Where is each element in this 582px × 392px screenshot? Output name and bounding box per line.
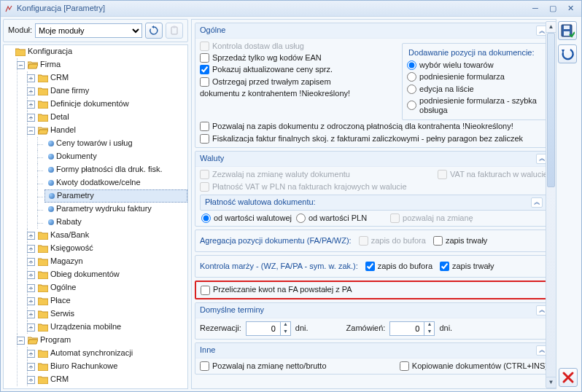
tree-urzadzenia[interactable]: +Urządzenia mobilne — [34, 321, 187, 334]
folder-icon — [38, 113, 48, 122]
chk-km-bufor[interactable]: zapis do bufora — [365, 262, 432, 271]
svg-rect-1 — [173, 26, 176, 28]
scroll-thumb[interactable] — [547, 33, 555, 187]
tree-parametry[interactable]: Parametry — [44, 189, 187, 203]
label-dni: dni. — [295, 324, 309, 333]
rad-edycja[interactable]: edycja na liście — [407, 85, 543, 94]
tree-formy[interactable]: Formy płatności dla druk. fisk. — [44, 163, 187, 176]
tree-ogolne[interactable]: +Ogólne — [34, 281, 187, 294]
tree-serwis[interactable]: +Serwis — [34, 307, 187, 321]
tree-kasa[interactable]: +Kasa/Bank — [34, 229, 187, 242]
chk-kopiowanie[interactable]: Kopiowanie dokumentów (CTRL+INS) — [400, 361, 548, 371]
chk-netto-brutto[interactable]: Pozwalaj na zmianę netto/brutto — [200, 361, 327, 371]
chk-przeliczanie[interactable]: Przeliczanie kwot na FA powstałej z PA — [201, 285, 547, 294]
chk-kontrola-dostaw[interactable]: Kontrola dostaw dla usług — [200, 42, 395, 51]
chk-ostrzegaj-zapis[interactable]: Ostrzegaj przed trwałym zapisem — [200, 77, 395, 87]
scroll-down-button[interactable]: ▼ — [546, 377, 556, 388]
module-select[interactable]: Moje moduły — [35, 23, 142, 38]
tree-handel[interactable]: −Handel — [34, 124, 187, 137]
label-dni-2: dni. — [439, 324, 452, 333]
tree-biuro[interactable]: +Biuro Rachunkowe — [34, 360, 187, 373]
svg-rect-3 — [564, 26, 570, 29]
group-header-inne: Inne ︽ — [195, 343, 552, 358]
config-window: Konfiguracja [Parametry] ─ ▢ ✕ Moduł: Mo… — [0, 0, 582, 392]
expander-icon[interactable]: − — [17, 61, 25, 69]
tree-def-dok[interactable]: +Definicje dokumentów — [34, 98, 187, 111]
clipboard-button[interactable] — [166, 23, 183, 39]
group-ogolne: Ogólne ︽ Kontrola dostaw dla usług Sprze… — [195, 23, 553, 148]
tree-firma[interactable]: − Firma — [24, 58, 187, 71]
leaf-icon — [48, 219, 54, 225]
folder-icon — [38, 283, 48, 292]
tree-root[interactable]: Konfiguracja — [14, 45, 187, 58]
chk-sprzedaz-ean[interactable]: Sprzedaż tylko wg kodów EAN — [200, 53, 395, 63]
chk-pozwalaj-zmiane[interactable]: pozwalaj na zmianę — [390, 213, 473, 223]
save-button[interactable] — [558, 21, 577, 40]
rad-walutowej[interactable]: od wartości walutowej — [201, 213, 292, 223]
chk-agr-bufor[interactable]: zapis do bufora — [359, 236, 426, 246]
tree-crm[interactable]: +CRM — [34, 71, 187, 85]
folder-open-icon — [28, 60, 38, 69]
tree-program[interactable]: −Program — [24, 334, 187, 347]
chk-fiskalizacja[interactable]: Fiskalizacja faktur finalnych skoj. z fa… — [200, 134, 523, 144]
folder-icon — [38, 270, 48, 279]
tree-dokumenty[interactable]: Dokumenty — [44, 150, 187, 163]
tree-automat[interactable]: +Automat synchronizacji — [34, 347, 187, 360]
cancel-button[interactable] — [559, 368, 578, 387]
folder-open-icon — [28, 336, 38, 345]
tree-ceny[interactable]: Ceny towarów i usług — [44, 137, 187, 150]
spin-rezerwacji[interactable]: ▲▼ — [246, 321, 291, 336]
leaf-icon — [49, 193, 55, 199]
rad-podniesienie[interactable]: podniesienie formularza — [407, 72, 543, 82]
minimize-button[interactable]: ─ — [527, 3, 543, 15]
titlebar: Konfiguracja [Parametry] ─ ▢ ✕ — [1, 1, 581, 17]
tree-panel: Konfiguracja − Firma +CRM — [3, 44, 188, 389]
vertical-scrollbar[interactable]: ▲ ▼ — [546, 21, 556, 388]
subhead-platnosc-walutowa: Płatność walutowa dokumentu: ︽ — [200, 195, 548, 211]
chk-zezwalaj-waluta[interactable]: Zezwalaj na zmianę waluty dokumentu — [200, 170, 350, 179]
rad-wybor-wielu[interactable]: wybór wielu towarów — [407, 60, 543, 70]
chk-pokazuj-ceny[interactable]: Pokazuj aktualizowane ceny sprz. — [200, 65, 395, 74]
rad-szybka[interactable]: podniesienie formularza - szybka obsługa — [407, 96, 543, 115]
refresh-button[interactable] — [145, 23, 163, 39]
tree-magazyn[interactable]: +Magazyn — [34, 255, 187, 268]
chk-vat-waluta[interactable]: VAT na fakturach w walucie — [438, 170, 548, 179]
tree-place[interactable]: +Płace — [34, 294, 187, 307]
chk-km-trwaly[interactable]: zapis trwały — [440, 262, 494, 271]
spin-zamowien[interactable]: ▲▼ — [389, 321, 435, 336]
maximize-button[interactable]: ▢ — [545, 3, 561, 15]
input-zamowien[interactable] — [390, 322, 424, 335]
spin-down-icon[interactable]: ▼ — [280, 329, 290, 336]
tree-detal[interactable]: +Detal — [34, 111, 187, 124]
tree-kwoty[interactable]: Kwoty dodatkowe/celne — [44, 176, 187, 189]
close-button[interactable]: ✕ — [562, 3, 578, 15]
group-waluty: Waluty ︽ Zezwalaj na zmianę waluty dokum… — [195, 151, 553, 227]
chk-platnosc-vat-pln[interactable]: Płatność VAT w PLN na fakturach krajowyc… — [200, 182, 407, 192]
input-rezerwacji[interactable] — [247, 322, 280, 335]
tree-ksiegowosc[interactable]: +Księgowość — [34, 242, 187, 255]
group-inne: Inne ︽ Pozwalaj na zmianę netto/brutto K… — [195, 342, 553, 375]
collapse-button[interactable]: ︽ — [531, 197, 543, 208]
spin-up-icon[interactable]: ▲ — [280, 321, 290, 329]
tree-prog-crm[interactable]: +CRM — [34, 373, 187, 386]
spin-down-icon[interactable]: ▼ — [424, 329, 434, 336]
chk-odroczona[interactable]: Pozwalaj na zapis dokumentu z odroczoną … — [200, 122, 513, 131]
scroll-track[interactable] — [546, 33, 556, 377]
tree-param-wydruku[interactable]: Parametry wydruku faktury — [44, 203, 187, 216]
chk-agr-trwaly[interactable]: zapis trwały — [433, 236, 487, 246]
window-title: Konfiguracja [Parametry] — [17, 4, 105, 13]
group-agregacja: Agregacja pozycji dokumentu (FA/PA/WZ): … — [195, 230, 553, 252]
tree-obieg[interactable]: +Obieg dokumentów — [34, 268, 187, 281]
group-header-terminy: Domyślne terminy ︽ — [195, 303, 552, 318]
folder-icon — [38, 231, 48, 240]
tree-rabaty[interactable]: Rabaty — [44, 216, 187, 229]
scroll-up-button[interactable]: ▲ — [546, 22, 556, 33]
group-header-ogolne: Ogólne ︽ — [195, 23, 552, 39]
tree-dane-firmy[interactable]: +Dane firmy — [34, 85, 187, 98]
leaf-icon — [48, 180, 54, 186]
leaf-icon — [48, 154, 54, 160]
folder-icon — [38, 87, 48, 95]
rad-pln[interactable]: od wartości PLN — [296, 213, 367, 223]
undo-button[interactable] — [558, 44, 577, 63]
spin-up-icon[interactable]: ▲ — [424, 321, 434, 329]
